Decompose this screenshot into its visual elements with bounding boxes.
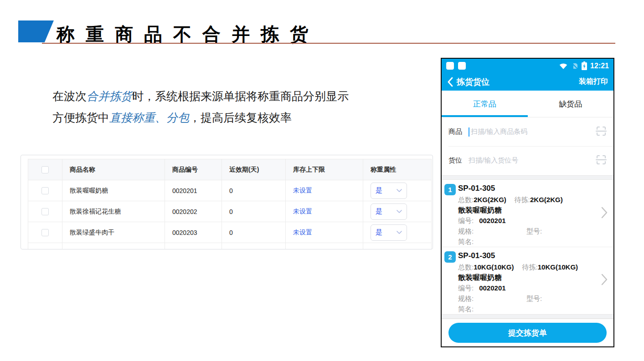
quantity-line: 总数:10KG(10KG)待拣:10KG(10KG)	[458, 262, 593, 272]
table-row: 散装喔喔奶糖 0020201 0 未设置 是	[28, 180, 432, 201]
product-table: 商品名称 商品编号 近效期(天) 库存上下限 称重属性 散装喔喔奶糖 00202…	[28, 159, 432, 249]
spec-label: 规格:	[458, 293, 526, 304]
total-label: 总数:	[458, 196, 474, 203]
notification-icon	[458, 62, 466, 70]
product-name-cell: 散装绿盛牛肉干	[62, 222, 165, 243]
chevron-down-icon	[397, 231, 402, 234]
product-name: 散装喔喔奶糖	[458, 272, 593, 283]
pick-item-1[interactable]: 1 SP-01-305 总数:2KG(2KG)待拣:2KG(2KG) 散装喔喔奶…	[442, 180, 613, 247]
spec-line: 规格:型号:	[458, 226, 593, 236]
pending-value: 10KG(10KG)	[538, 263, 578, 271]
total-value: 2KG(2KG)	[474, 196, 506, 203]
body-text: 方便拣货中	[52, 111, 109, 124]
weigh-select-value: 是	[376, 207, 382, 216]
body-text: ，提高后续复核效率	[189, 111, 292, 124]
back-chevron-icon[interactable]	[447, 77, 453, 87]
chevron-right-icon[interactable]	[601, 206, 608, 221]
code-label: 编号:	[458, 284, 474, 292]
clock: 12:21	[590, 62, 609, 70]
expiry-cell: 0	[222, 201, 286, 222]
scan-icon[interactable]	[596, 154, 607, 167]
item-index-badge: 1	[444, 184, 456, 195]
text-caret	[469, 127, 469, 137]
product-name-cell: 散装徐福记花生糖	[62, 201, 165, 222]
product-scan-field[interactable]: 商品 扫描/输入商品条码	[442, 117, 613, 146]
section-separator	[442, 314, 613, 319]
battery-charging-icon	[582, 61, 587, 70]
pick-item-2[interactable]: 2 SP-01-305 总数:10KG(10KG)待拣:10KG(10KG) 散…	[442, 247, 613, 314]
scan-icon[interactable]	[596, 126, 607, 138]
expiry-cell: 0	[222, 180, 286, 201]
search-section: 商品 扫描/输入商品条码 货位 扫描/输入货位号	[442, 117, 613, 175]
field-placeholder: 扫描/输入货位号	[469, 156, 518, 165]
chevron-right-icon[interactable]	[601, 273, 608, 288]
active-tab-indicator	[442, 115, 528, 117]
body-emphasis: 直接称重、分包	[109, 111, 189, 124]
short-name-line: 简名:	[458, 236, 593, 247]
box-print-button[interactable]: 装箱打印	[579, 77, 608, 86]
total-value: 10KG(10KG)	[474, 263, 514, 271]
pending-label: 待拣:	[522, 263, 538, 271]
chevron-down-icon	[397, 189, 402, 193]
code-label: 编号:	[458, 217, 474, 224]
submit-pick-list-button[interactable]: 提交拣货单	[448, 323, 607, 343]
quantity-line: 总数:2KG(2KG)待拣:2KG(2KG)	[458, 194, 593, 205]
pick-list: 1 SP-01-305 总数:2KG(2KG)待拣:2KG(2KG) 散装喔喔奶…	[442, 180, 613, 314]
location-code: SP-01-305	[458, 183, 593, 194]
product-code-cell: 0020202	[165, 201, 222, 222]
row-checkbox[interactable]	[41, 208, 49, 215]
code-line: 编号:0020201	[458, 283, 593, 293]
body-text: 在波次	[52, 90, 87, 102]
location-scan-field[interactable]: 货位 扫描/输入货位号	[442, 146, 613, 175]
chevron-down-icon	[397, 210, 402, 214]
short-name-label: 简名:	[458, 305, 474, 313]
stock-limit-link[interactable]: 未设置	[293, 208, 312, 215]
stock-limit-link[interactable]: 未设置	[293, 187, 312, 194]
title-divider	[42, 43, 615, 44]
field-placeholder: 扫描/输入商品条码	[471, 127, 527, 136]
code-line: 编号:0020201	[458, 215, 593, 226]
row-checkbox[interactable]	[41, 187, 49, 194]
phone-footer: 提交拣货单	[442, 319, 613, 346]
notification-icon	[446, 62, 454, 70]
nav-bar: 拣货货位 装箱打印	[442, 73, 613, 91]
weigh-select[interactable]: 是	[371, 203, 407, 220]
no-sim-icon	[571, 62, 578, 70]
body-copy: 在波次合并拣货时，系统根据来源单据将称重商品分别显示 方便拣货中直接称重、分包，…	[52, 86, 349, 128]
column-header: 库存上下限	[286, 159, 363, 180]
tab-missing-goods[interactable]: 缺货品	[528, 91, 614, 117]
tab-normal-goods[interactable]: 正常品	[442, 91, 528, 117]
short-name-line: 简名:	[458, 304, 593, 314]
table-header-row: 商品名称 商品编号 近效期(天) 库存上下限 称重属性	[28, 159, 432, 180]
weigh-select[interactable]: 是	[371, 183, 407, 199]
status-bar: 12:21	[442, 59, 613, 73]
nav-title[interactable]: 拣货货位	[457, 76, 489, 87]
weigh-select-value: 是	[376, 228, 382, 237]
code-value: 0020201	[479, 284, 505, 292]
row-checkbox[interactable]	[41, 229, 49, 236]
location-code: SP-01-305	[458, 250, 593, 262]
select-all-checkbox[interactable]	[41, 166, 49, 173]
body-line-2: 方便拣货中直接称重、分包，提高后续复核效率	[52, 107, 349, 128]
body-emphasis: 合并拣货	[87, 90, 132, 102]
product-name-cell: 散装喔喔奶糖	[62, 180, 165, 201]
product-table-card: 商品名称 商品编号 近效期(天) 库存上下限 称重属性 散装喔喔奶糖 00202…	[21, 155, 433, 249]
code-value: 0020201	[479, 217, 505, 224]
slide-page: 称重商品不合并拣货 在波次合并拣货时，系统根据来源单据将称重商品分别显示 方便拣…	[0, 0, 644, 361]
pending-value: 2KG(2KG)	[530, 196, 563, 203]
model-label: 型号:	[526, 295, 542, 302]
spec-line: 规格:型号:	[458, 293, 593, 304]
weigh-select[interactable]: 是	[371, 224, 407, 241]
body-line-1: 在波次合并拣货时，系统根据来源单据将称重商品分别显示	[52, 86, 349, 107]
weigh-select-value: 是	[376, 186, 382, 195]
pending-label: 待拣:	[515, 196, 530, 203]
tab-bar: 正常品 缺货品	[442, 91, 613, 117]
short-name-label: 简名:	[458, 238, 474, 245]
table-row: 散装绿盛牛肉干 0020203 0 未设置 是	[28, 222, 432, 243]
product-code-cell: 0020201	[165, 180, 222, 201]
phone-mockup: 12:21 拣货货位 装箱打印 正常品 缺货品 商品 扫描/输入商品条码 货位	[441, 58, 614, 347]
body-text: 时，系统根据来源单据将称重商品分别显示	[132, 90, 349, 102]
stock-limit-link[interactable]: 未设置	[293, 229, 312, 236]
total-label: 总数:	[458, 263, 474, 271]
product-name: 散装喔喔奶糖	[458, 205, 593, 215]
